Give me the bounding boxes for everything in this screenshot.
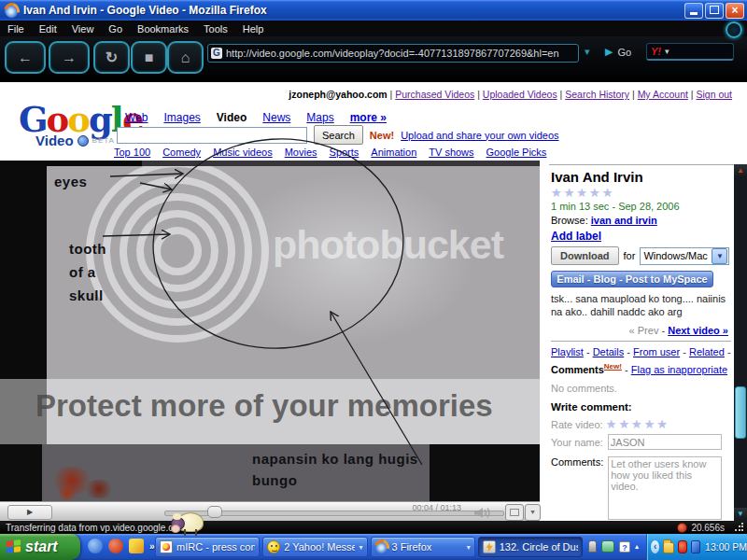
category-comedy[interactable]: Comedy xyxy=(162,147,201,158)
category-tv-shows[interactable]: TV shows xyxy=(429,147,473,158)
scroll-down-icon[interactable]: ▼ xyxy=(734,508,747,521)
add-label-link[interactable]: Add label xyxy=(551,230,601,243)
share-button[interactable]: Email - Blog - Post to MySpace xyxy=(551,271,713,287)
annotation-tooth-of-a-skull: toothof askull xyxy=(69,237,106,307)
account-link-uploaded-videos[interactable]: Uploaded Videos xyxy=(483,89,557,100)
comments-textarea[interactable]: Let other users know how you liked this … xyxy=(608,456,722,520)
status-bar: Transferring data from vp.video.google.c… xyxy=(0,521,747,534)
account-link-my-account[interactable]: My Account xyxy=(638,89,688,100)
home-button[interactable]: ⌂ xyxy=(167,41,204,74)
download-row: Download for Windows/Mac▼ xyxy=(551,246,729,265)
name-input[interactable] xyxy=(608,434,722,450)
nav-images[interactable]: Images xyxy=(163,111,200,124)
next-video-link[interactable]: Next video » xyxy=(668,325,728,336)
yahoo-search-box[interactable]: Y! ▾ xyxy=(646,43,734,61)
category-top-100[interactable]: Top 100 xyxy=(114,147,150,158)
url-input[interactable] xyxy=(226,48,578,59)
menu-edit[interactable]: Edit xyxy=(32,21,64,36)
taskbar-task-firefox[interactable]: 3 Firefox▾ xyxy=(371,537,475,557)
player-menu-button[interactable]: ▼ xyxy=(525,504,541,521)
video-description: tsk... sana maupload ko tong.... naiinis… xyxy=(551,292,728,318)
menu-help[interactable]: Help xyxy=(235,21,272,36)
star-icon: ★ xyxy=(551,186,564,200)
tab-details[interactable]: Details xyxy=(593,346,625,357)
url-history-dropdown-icon[interactable]: ▾ xyxy=(585,46,590,58)
category-animation[interactable]: Animation xyxy=(371,147,416,158)
video-player-surface[interactable]: photobucket Protect more of your memorie… xyxy=(0,161,540,501)
go-button[interactable]: ▶ Go xyxy=(605,46,631,58)
download-platform-select[interactable]: Windows/Mac▼ xyxy=(640,247,729,265)
category-music-videos[interactable]: Music videos xyxy=(213,147,273,158)
back-button[interactable]: ← xyxy=(5,41,46,74)
tray-chevron-icon[interactable]: ‹ xyxy=(651,540,659,553)
category-google-picks[interactable]: Google Picks xyxy=(486,147,547,158)
forward-button[interactable]: → xyxy=(49,41,90,74)
tab-comments[interactable]: CommentsNew! xyxy=(551,364,622,375)
taskbar-task-winamp[interactable]: 132. Circle of Dust ... xyxy=(478,537,583,557)
tray-network-icon[interactable] xyxy=(691,540,700,553)
scrollbar[interactable]: ▲ ▼ xyxy=(734,164,747,521)
upload-link[interactable]: Upload and share your own videos xyxy=(401,130,558,141)
esheep-desktop-pet[interactable] xyxy=(171,509,204,538)
messenger-icon[interactable] xyxy=(601,540,614,553)
rate-stars[interactable]: ★★★★★ xyxy=(606,417,669,431)
tab-playlist[interactable]: Playlist xyxy=(551,346,584,357)
taskbar-task-mirc[interactable]: mIRC - press contr... xyxy=(155,537,260,557)
restore-button[interactable] xyxy=(705,3,724,19)
account-link-search-history[interactable]: Search History xyxy=(565,89,629,100)
tab-related[interactable]: Related xyxy=(689,346,725,357)
scrollbar-thumb[interactable] xyxy=(735,386,746,439)
nav-more[interactable]: more » xyxy=(350,111,387,124)
minimize-icon xyxy=(690,12,698,15)
yahoo-search-input[interactable] xyxy=(673,46,729,58)
window-titlebar[interactable]: Ivan And Irvin - Google Video - Mozilla … xyxy=(0,0,747,21)
help-icon[interactable]: ? xyxy=(619,541,630,553)
tab-flag-as-inappropriate[interactable]: Flag as inappropriate xyxy=(631,364,727,375)
start-button[interactable]: start xyxy=(0,534,80,560)
close-button[interactable]: × xyxy=(726,3,744,19)
microphone-icon[interactable] xyxy=(588,540,597,553)
nav-web[interactable]: Web xyxy=(125,111,148,124)
quicklaunch-winamp-icon[interactable] xyxy=(129,539,144,553)
stop-button[interactable]: ■ xyxy=(131,41,167,74)
seek-thumb[interactable] xyxy=(207,506,222,518)
fullscreen-button[interactable] xyxy=(505,504,524,521)
tray-folder-icon[interactable] xyxy=(663,542,673,553)
category-sports[interactable]: Sports xyxy=(330,147,359,158)
minimize-button[interactable] xyxy=(684,3,703,19)
menu-bookmarks[interactable]: Bookmarks xyxy=(130,21,196,36)
account-link-sign-out[interactable]: Sign out xyxy=(696,89,732,100)
search-button[interactable]: Search xyxy=(314,125,363,145)
menu-go[interactable]: Go xyxy=(101,21,130,36)
scroll-up-icon[interactable]: ▲ xyxy=(734,164,747,177)
duration-date: 1 min 13 sec - Sep 28, 2006 xyxy=(551,201,680,212)
taskbar-task-yahoo[interactable]: 2 Yahoo! Messen...▾ xyxy=(262,537,367,557)
task-label: 3 Firefox xyxy=(392,541,463,553)
url-bar[interactable]: G xyxy=(207,44,579,63)
rating-stars[interactable]: ★★★★★ xyxy=(551,186,614,200)
volume-icon[interactable] xyxy=(474,508,497,518)
quicklaunch-overflow-icon[interactable]: » xyxy=(149,541,155,552)
nav-video[interactable]: Video xyxy=(217,111,247,124)
download-button[interactable]: Download xyxy=(551,246,619,265)
search-input[interactable] xyxy=(117,127,307,144)
category-movies[interactable]: Movies xyxy=(285,147,317,158)
tab-from-user[interactable]: From user xyxy=(633,346,680,357)
reload-button[interactable]: ↻ xyxy=(93,41,130,74)
menu-file[interactable]: File xyxy=(0,21,32,36)
account-link-purchased-videos[interactable]: Purchased Videos xyxy=(395,89,474,100)
quicklaunch-browser-icon[interactable] xyxy=(88,539,103,553)
menu-tools[interactable]: Tools xyxy=(196,21,235,36)
browse-link[interactable]: ivan and irvin xyxy=(591,215,657,226)
nav-news[interactable]: News xyxy=(262,111,290,124)
taskbar: start » mIRC - press contr...2 Yahoo! Me… xyxy=(0,534,747,560)
menu-view[interactable]: View xyxy=(64,21,102,36)
yahoo-dropdown-icon[interactable]: ▾ xyxy=(665,47,669,56)
star-icon: ★ xyxy=(644,417,657,431)
tray-red-app-icon[interactable] xyxy=(678,540,687,553)
quicklaunch-app-icon[interactable] xyxy=(108,539,123,553)
play-button[interactable]: ▶ xyxy=(7,505,52,520)
tray-up-icon[interactable]: ▴ xyxy=(635,542,639,551)
nav-maps[interactable]: Maps xyxy=(306,111,333,124)
star-icon: ★ xyxy=(606,417,619,431)
